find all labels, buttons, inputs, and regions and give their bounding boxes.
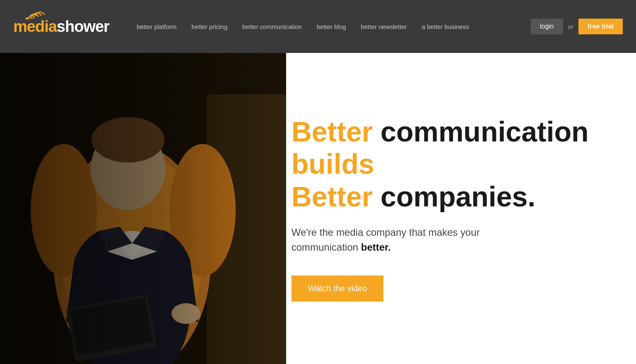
nav-item-better-pricing[interactable]: better pricing: [184, 23, 235, 30]
header-actions: login or free trial: [531, 19, 623, 34]
free-trial-button[interactable]: free trial: [578, 19, 623, 34]
hero-line-3-dark: companies.: [373, 181, 535, 212]
main-nav: better platform better pricing better co…: [129, 23, 531, 30]
hero-headline: Better communication builds Better compa…: [292, 115, 603, 213]
login-button[interactable]: login: [531, 19, 563, 34]
site-header: media shower better platform better pric…: [0, 0, 636, 53]
hero-section: Better communication builds Better compa…: [0, 53, 636, 364]
hero-subtext: We're the media company that makes your …: [292, 225, 507, 255]
hero-subtext-bold: better.: [361, 242, 391, 253]
hero-line-3-orange: Better: [292, 181, 373, 212]
hero-line-1: Better communication: [292, 115, 603, 148]
nav-item-better-communication[interactable]: better communication: [235, 23, 309, 30]
hero-content: Better communication builds Better compa…: [242, 53, 636, 364]
hero-line-1-orange: Better: [292, 116, 373, 147]
hero-line-1-dark: communication: [373, 116, 588, 147]
nav-item-better-blog[interactable]: better blog: [309, 23, 354, 30]
logo[interactable]: media shower: [13, 18, 109, 36]
svg-point-0: [26, 17, 28, 19]
hero-line-2: builds: [292, 148, 603, 180]
nav-item-better-platform[interactable]: better platform: [129, 23, 184, 30]
logo-shower-text: shower: [57, 18, 109, 35]
watch-video-button[interactable]: Watch the video: [292, 275, 384, 302]
nav-item-better-newsletter[interactable]: better newsletter: [354, 23, 414, 30]
hero-line-2-orange: builds: [292, 148, 374, 180]
or-separator: or: [568, 23, 573, 30]
logo-media-text: media: [13, 18, 57, 35]
nav-item-a-better-business[interactable]: a better business: [414, 23, 477, 30]
hero-line-3: Better companies.: [292, 180, 603, 213]
